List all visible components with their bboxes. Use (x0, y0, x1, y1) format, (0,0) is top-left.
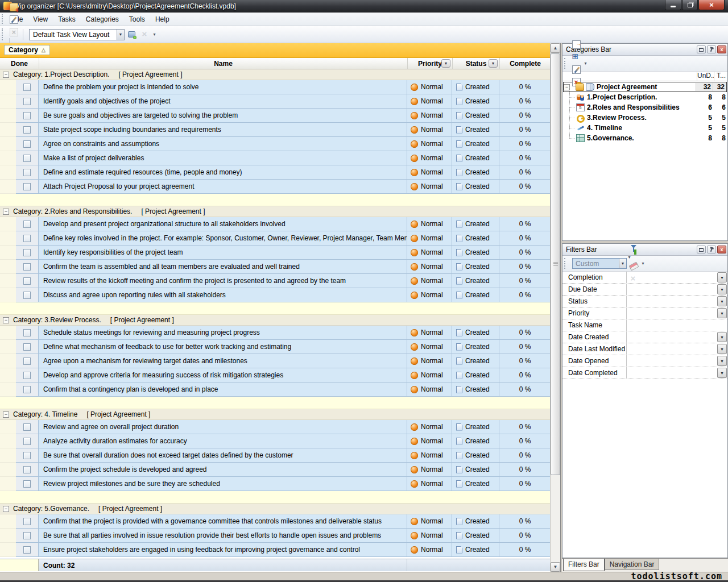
task-row[interactable]: Review and agree on overall project dura… (0, 420, 551, 434)
done-checkbox[interactable] (23, 98, 31, 105)
panel-pin-button[interactable] (707, 246, 716, 253)
task-row[interactable]: Be sure goals and objectives are targete… (0, 109, 551, 123)
filter-value-field[interactable]: ▼ (626, 296, 727, 307)
done-checkbox[interactable] (23, 438, 31, 445)
filter-value-field[interactable] (626, 319, 727, 331)
new-category-button[interactable] (570, 39, 582, 51)
new-subcategory-button[interactable] (570, 51, 582, 64)
total-column-header[interactable]: T... (714, 72, 727, 81)
done-checkbox[interactable] (23, 386, 31, 393)
chevron-down-icon[interactable]: ▼ (117, 30, 124, 40)
toolbar-overflow-arrow[interactable]: ▾ (152, 32, 157, 37)
done-checkbox[interactable] (23, 155, 31, 162)
tab-filters-bar[interactable]: Filters Bar (563, 559, 605, 571)
done-checkbox[interactable] (23, 480, 31, 488)
task-view-layout-combo[interactable]: Default Task View Layout ▼ (29, 29, 125, 40)
task-row[interactable]: Discuss and agree upon reporting rules w… (0, 288, 551, 302)
done-checkbox[interactable] (23, 423, 31, 431)
priority-filter-button[interactable]: ▼ (441, 59, 450, 68)
column-header-status[interactable]: Status ▼ (452, 58, 499, 69)
column-header-done[interactable]: Done (0, 58, 39, 69)
done-checkbox[interactable] (23, 84, 31, 91)
filter-value-field[interactable]: ▼ (626, 343, 727, 355)
task-row[interactable]: Confirm the project schedule is develope… (0, 463, 551, 477)
chevron-down-icon[interactable]: ▼ (717, 296, 727, 306)
tree-item[interactable]: 4. Timeline55 (562, 123, 727, 133)
done-checkbox[interactable] (23, 532, 31, 539)
edit-task-button[interactable] (7, 13, 20, 26)
done-checkbox[interactable] (23, 466, 31, 473)
chevron-down-icon[interactable]: ▼ (619, 259, 626, 268)
new-task-button[interactable] (7, 1, 20, 13)
done-checkbox[interactable] (23, 140, 31, 148)
task-row[interactable]: Develop and present project organization… (0, 217, 551, 231)
chevron-down-icon[interactable]: ▼ (717, 284, 727, 294)
menu-tools[interactable]: Tools (124, 14, 150, 25)
done-checkbox[interactable] (23, 112, 31, 119)
tab-navigation-bar[interactable]: Navigation Bar (605, 559, 660, 570)
panel-restore-button[interactable] (697, 45, 706, 53)
apply-filter-button[interactable] (627, 242, 640, 255)
scrollbar-thumb[interactable] (551, 53, 560, 475)
collapse-icon[interactable]: − (3, 72, 9, 78)
collapse-icon[interactable]: − (3, 506, 9, 512)
category-group-row[interactable]: −Category: 2.Roles and Responsibilities.… (0, 206, 551, 217)
done-checkbox[interactable] (23, 126, 31, 134)
task-row[interactable]: Confirm that the project is provided wit… (0, 514, 551, 529)
filter-value-field[interactable]: ▼ (626, 331, 727, 343)
task-row[interactable]: Confirm the team is assembled and all te… (0, 260, 551, 274)
menu-categories[interactable]: Categories (81, 14, 124, 25)
done-checkbox[interactable] (23, 169, 31, 176)
done-checkbox[interactable] (23, 263, 31, 271)
task-row[interactable]: Ensure project stakeholders are engaged … (0, 543, 551, 557)
done-checkbox[interactable] (23, 221, 31, 228)
chevron-down-icon[interactable]: ▼ (717, 344, 727, 354)
task-row[interactable]: Agree on constraints and assumptionsNorm… (0, 137, 551, 151)
tree-item[interactable]: 1.Project Description.88 (562, 92, 727, 102)
task-row[interactable]: Identify key responsibilities of the pro… (0, 246, 551, 260)
category-group-row[interactable]: −Category: 4. Timeline[ Project Agreemen… (0, 409, 551, 420)
menu-tasks[interactable]: Tasks (53, 14, 81, 25)
chevron-down-icon[interactable]: ▼ (717, 332, 727, 342)
task-row[interactable]: Review project milestones and be sure th… (0, 477, 551, 491)
done-checkbox[interactable] (23, 372, 31, 379)
minimize-button[interactable] (665, 0, 681, 10)
done-checkbox[interactable] (23, 452, 31, 459)
delete-task-button[interactable] (7, 26, 20, 38)
done-checkbox[interactable] (23, 277, 31, 285)
task-row[interactable]: Define and estimate required resources (… (0, 165, 551, 180)
chevron-down-icon[interactable]: ▼ (717, 368, 727, 378)
chevron-down-icon[interactable]: ▼ (717, 272, 727, 282)
chevron-down-icon[interactable]: ▼ (717, 356, 727, 366)
done-checkbox[interactable] (23, 546, 31, 554)
panel-pin-button[interactable] (707, 45, 716, 53)
task-row[interactable]: Define the problem your project is inten… (0, 80, 551, 94)
task-row[interactable]: Attach Project Proposal to your project … (0, 180, 551, 194)
scroll-down-button[interactable]: ▼ (551, 562, 560, 572)
task-row[interactable]: Review results of the kickoff meeting an… (0, 274, 551, 288)
apply-layout-button[interactable] (125, 28, 138, 41)
scroll-up-button[interactable]: ▲ (551, 43, 560, 53)
done-checkbox[interactable] (23, 329, 31, 336)
column-header-name[interactable]: Name (39, 58, 407, 69)
done-checkbox[interactable] (23, 183, 31, 190)
menu-help[interactable]: Help (150, 14, 175, 25)
done-checkbox[interactable] (23, 518, 31, 525)
apply-filter-dropdown-arrow[interactable]: ▾ (627, 255, 632, 260)
categories-toolbar-overflow-arrow[interactable]: ▾ (583, 61, 588, 66)
column-header-complete[interactable]: Complete (499, 58, 551, 69)
undone-column-header[interactable]: UnD... (697, 72, 714, 81)
tree-item[interactable]: 5.Governance.88 (562, 133, 727, 143)
done-checkbox[interactable] (23, 343, 31, 351)
category-group-row[interactable]: −Category: 3.Review Process.[ Project Ag… (0, 315, 551, 326)
category-group-row[interactable]: −Category: 5.Governance.[ Project Agreem… (0, 504, 551, 514)
collapse-icon[interactable]: − (3, 317, 9, 323)
task-row[interactable]: Make a list of project deliverablesNorma… (0, 151, 551, 165)
filter-value-field[interactable]: ▼ (626, 355, 727, 367)
task-row[interactable]: Analyze activity duration estimates for … (0, 434, 551, 448)
tree-item[interactable]: 2.Roles and Responsibilities66 (562, 102, 727, 113)
task-row[interactable]: Define what mechanism of feedback to use… (0, 340, 551, 354)
panel-restore-button[interactable] (697, 246, 706, 253)
vertical-scrollbar[interactable]: ▲ ▼ (550, 43, 560, 572)
collapse-icon[interactable]: − (3, 209, 9, 215)
